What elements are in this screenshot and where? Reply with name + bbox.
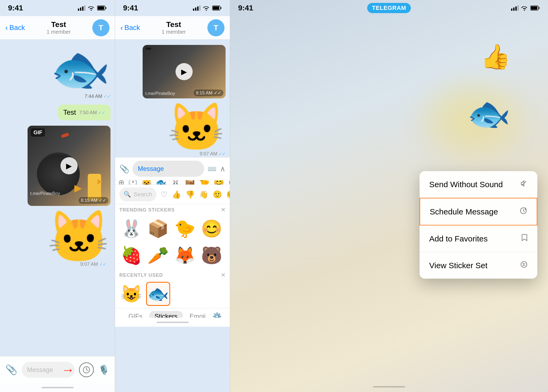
svg-rect-20 [531, 6, 537, 10]
panel-3: 9:41 TELEGRAM 👍 🐟 Send Without Sound [230, 0, 548, 392]
panel-1: 9:41 ‹ Back Test 1 member T 🐟 7:44 AM ✓✓ [0, 0, 115, 392]
menu-schedule-message[interactable]: Schedule Message [420, 198, 537, 225]
msg-placeholder-2: Message [138, 165, 164, 172]
chat-area-1: 🐟 7:44 AM ✓✓ Test 7:50 AM ✓✓ GIF [0, 40, 115, 356]
play-button-1[interactable]: ▶ [60, 157, 78, 174]
svg-rect-14 [213, 6, 219, 10]
thumbsup-icon[interactable]: 👍 [172, 190, 181, 199]
gif-badge-2 [146, 48, 151, 50]
status-time-2: 9:41 [123, 4, 138, 12]
mic-icon-1[interactable]: 🎙️ [98, 364, 109, 375]
trending-sticker-2[interactable]: 📦 [146, 217, 170, 241]
bird-small-beak [97, 179, 103, 185]
text-msg-1: Test 7:50 AM ✓✓ [4, 105, 111, 120]
message-input-2[interactable]: Message [132, 161, 204, 177]
trending-sticker-6[interactable]: 🥕 [146, 243, 170, 267]
battery-icon-3 [530, 5, 540, 11]
status-icons-2 [193, 5, 222, 11]
trending-sticker-5[interactable]: 🍓 [119, 243, 143, 267]
svg-rect-5 [98, 6, 104, 10]
msg-time-1: 7:44 AM ✓✓ [85, 94, 111, 99]
input-bar-1: 📎 Message → 🎙️ [0, 356, 115, 383]
gif-thumb-2: ▶ t.me/PirateBoy 8:15 AM ✓✓ [143, 45, 226, 98]
reaction-icons: ♡ 👍 👎 👋 🙂 😔 😠 😤 [161, 190, 230, 199]
nav-avatar-1[interactable]: T [92, 19, 109, 36]
recently-close[interactable]: ✕ [221, 272, 226, 279]
sticker-tab-cat[interactable]: 😺 [141, 180, 152, 185]
bubble-text-1: Test [63, 108, 76, 116]
checkmark-1: ✓✓ [104, 94, 111, 99]
attach-icon-1[interactable]: 📎 [5, 364, 17, 375]
telegram-badge: TELEGRAM [367, 3, 411, 13]
sticker-input-row: 📎 Message ⌨️ ∧ [115, 157, 230, 180]
trending-sticker-1[interactable]: 🐰 [119, 217, 143, 241]
sticker-tab-chick[interactable]: 🐤 [199, 180, 210, 185]
gif-container-1[interactable]: GIF ▶ t.me/PirateBoy 8:15 AM ✓✓ [28, 126, 111, 206]
thumbsdown-icon[interactable]: 👎 [185, 190, 195, 199]
plus-tab[interactable]: ⊕ [118, 180, 124, 185]
svg-line-8 [86, 370, 88, 371]
bird-small-body [88, 174, 101, 201]
heart-icon[interactable]: ♡ [161, 190, 168, 199]
sad-icon[interactable]: 😔 [226, 190, 230, 199]
status-bar-2: 9:41 [115, 0, 230, 16]
play-button-2[interactable]: ▶ [176, 63, 193, 80]
emoji-tabs-row: ⊕ 🕐 😺 🐟 🐰 📦 🐤 😊 🍓 🦊 [115, 180, 230, 185]
recently-sticker-2[interactable]: 🐟 [146, 282, 170, 306]
back-chevron-1: ‹ [5, 24, 8, 32]
recently-label: RECENTLY USED [119, 272, 163, 278]
nav-bar-1: ‹ Back Test 1 member T [0, 16, 115, 40]
sticker-tab-bunny[interactable]: 🐰 [170, 180, 181, 185]
sticker-tab-smile[interactable]: 😊 [214, 180, 224, 185]
menu-send-without-sound[interactable]: Send Without Sound [420, 171, 537, 198]
menu-add-to-favorites[interactable]: Add to Favorites [420, 225, 537, 252]
trending-close[interactable]: ✕ [221, 206, 226, 213]
schedule-icon [520, 207, 527, 216]
battery-icon [97, 5, 107, 11]
svg-rect-9 [193, 9, 194, 11]
cherry-sticker: 🐟 [467, 96, 511, 131]
bookmark-icon [521, 234, 528, 243]
sticker-panel: 📎 Message ⌨️ ∧ ⊕ 🕐 😺 🐟 🐰 📦 🐤 😊 🍓 🦊 🔍 Sea [115, 157, 230, 318]
recently-header: RECENTLY USED ✕ [115, 270, 230, 280]
trending-sticker-3[interactable]: 🐤 [173, 217, 197, 241]
home-bar-2 [157, 322, 189, 323]
svg-rect-16 [513, 7, 515, 11]
status-icons-3 [511, 5, 540, 11]
trending-sticker-4[interactable]: 😊 [200, 217, 224, 241]
back-button-2[interactable]: ‹ Back [120, 24, 140, 32]
chevron-up-icon[interactable]: ∧ [220, 164, 226, 173]
back-label-2: Back [124, 24, 140, 32]
status-time-1: 9:41 [8, 4, 23, 12]
cat-emoji-1: 🐱 [47, 211, 111, 262]
sticker-tab-strawberry[interactable]: 🍓 [228, 180, 230, 185]
status-time-3: 9:41 [238, 4, 253, 12]
nav-avatar-2[interactable]: T [207, 19, 224, 36]
smile-icon[interactable]: 🙂 [213, 190, 222, 199]
thumbsup-emoji: 👍 [481, 43, 511, 71]
wave-icon[interactable]: 👋 [199, 190, 208, 199]
sticker-set-icon [520, 261, 528, 270]
attach-icon-2[interactable]: 📎 [119, 164, 129, 174]
trending-sticker-8[interactable]: 🐻 [200, 243, 224, 267]
sticker-tab-box[interactable]: 📦 [185, 180, 195, 185]
keyboard-icon[interactable]: ⌨️ [207, 164, 217, 173]
menu-view-sticker-set[interactable]: View Sticker Set [420, 252, 537, 279]
back-button-1[interactable]: ‹ Back [5, 24, 25, 32]
recent-tab[interactable]: 🕐 [128, 180, 138, 185]
search-field[interactable]: 🔍 Search [119, 187, 157, 201]
clock-icon-1 [83, 366, 90, 374]
clock-button-1[interactable] [79, 362, 94, 377]
home-bar-3 [373, 386, 405, 387]
cat-sticker-2: 🐱 9:07 AM ✓✓ [167, 104, 226, 157]
nav-title-2: Test [140, 20, 207, 29]
nav-subtitle-2: 1 member [140, 29, 207, 35]
trending-sticker-7[interactable]: 🦊 [173, 243, 197, 267]
sticker-tab-fish[interactable]: 🐟 [156, 180, 166, 185]
gif-msg-1: GIF ▶ t.me/PirateBoy 8:15 AM ✓✓ [4, 126, 111, 206]
gif-source-1: t.me/PirateBoy [30, 191, 60, 196]
svg-rect-0 [78, 9, 79, 11]
recently-sticker-1[interactable]: 😺 [119, 282, 143, 306]
chat-area-2: ▶ t.me/PirateBoy 8:15 AM ✓✓ 🐱 9:07 AM ✓✓ [115, 40, 230, 157]
svg-rect-18 [517, 5, 519, 11]
